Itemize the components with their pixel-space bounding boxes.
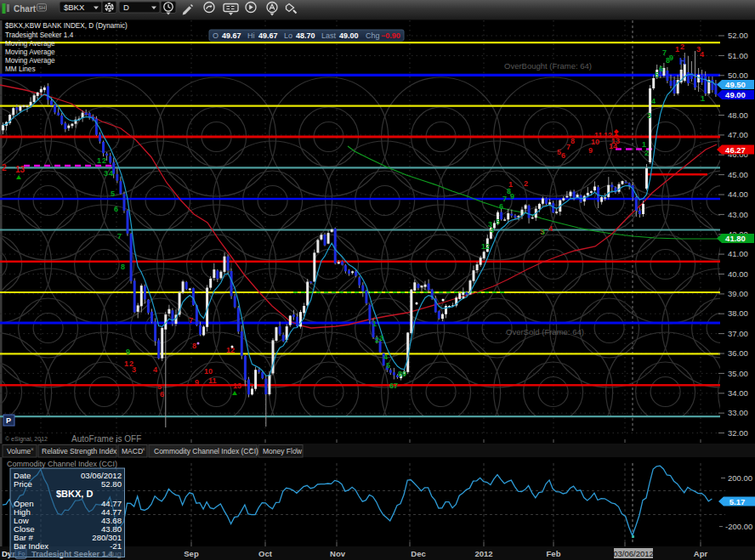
- svg-text:5.17: 5.17: [729, 497, 746, 506]
- svg-text:Lo: Lo: [284, 31, 292, 40]
- svg-text:$BKX, D: $BKX, D: [56, 489, 93, 499]
- svg-text:2: 2: [524, 179, 528, 188]
- svg-text:9: 9: [402, 370, 406, 378]
- svg-text:9: 9: [669, 54, 673, 62]
- svg-text:3: 3: [647, 111, 651, 120]
- svg-text:MACD: MACD: [122, 447, 143, 455]
- svg-text:−0.90: −0.90: [381, 31, 400, 40]
- svg-text:Bar Index: Bar Index: [14, 541, 48, 551]
- svg-text:13: 13: [233, 382, 241, 390]
- svg-text:SH: SH: [38, 5, 45, 10]
- svg-text:5: 5: [111, 189, 115, 198]
- svg-text:51.00: 51.00: [728, 51, 748, 60]
- svg-text:OverBought (Frame: 64): OverBought (Frame: 64): [504, 61, 592, 71]
- svg-text:1: 1: [97, 156, 101, 165]
- svg-text:4: 4: [109, 169, 113, 178]
- svg-text:Hi: Hi: [247, 31, 255, 40]
- svg-text:8: 8: [571, 137, 575, 145]
- svg-text:49.00: 49.00: [725, 90, 746, 99]
- svg-text:×: ×: [142, 446, 145, 452]
- svg-text:Tradesight Seeker 1.4: Tradesight Seeker 1.4: [5, 31, 74, 39]
- svg-text:46.27: 46.27: [725, 145, 746, 155]
- svg-text:2: 2: [2, 163, 7, 173]
- svg-text:7: 7: [189, 316, 193, 325]
- svg-text:13: 13: [611, 137, 620, 145]
- svg-text:48.00: 48.00: [728, 110, 748, 120]
- svg-text:9: 9: [126, 348, 130, 356]
- svg-text:Commodity Channel Index (CCI): Commodity Channel Index (CCI): [7, 460, 117, 468]
- svg-text:H: H: [679, 56, 686, 66]
- svg-text:Nov: Nov: [330, 549, 346, 558]
- svg-text:200.00: 200.00: [728, 473, 752, 483]
- svg-text:49.67: 49.67: [258, 31, 278, 40]
- svg-text:Relative Strength Index: Relative Strength Index: [42, 447, 117, 455]
- svg-text:52.80: 52.80: [101, 479, 122, 489]
- svg-text:Apr: Apr: [694, 549, 708, 558]
- svg-text:AutoFrame is OFF: AutoFrame is OFF: [71, 434, 141, 444]
- svg-text:4: 4: [490, 226, 494, 235]
- svg-text:7: 7: [394, 382, 398, 390]
- svg-text:45.00: 45.00: [728, 170, 748, 179]
- svg-text:OverSold (Frame: 64): OverSold (Frame: 64): [506, 327, 584, 337]
- svg-text:P: P: [6, 416, 11, 425]
- svg-text:3: 3: [132, 365, 136, 374]
- svg-text:4: 4: [548, 224, 553, 233]
- svg-text:9: 9: [510, 192, 514, 201]
- svg-text:6: 6: [499, 202, 503, 211]
- svg-text:Commodity Channel Index (CCI): Commodity Channel Index (CCI): [154, 447, 258, 455]
- svg-text:3: 3: [379, 334, 383, 342]
- svg-text:34.00: 34.00: [728, 388, 748, 398]
- svg-text:37.00: 37.00: [728, 329, 748, 338]
- svg-text:39.00: 39.00: [728, 289, 748, 298]
- svg-text:32.00: 32.00: [728, 428, 748, 438]
- svg-text:Feb: Feb: [547, 549, 561, 558]
- svg-text:2012: 2012: [474, 549, 492, 558]
- svg-text:50.00: 50.00: [728, 71, 748, 80]
- svg-text:11: 11: [208, 376, 217, 385]
- svg-text:© eSignal, 2012: © eSignal, 2012: [5, 436, 48, 443]
- svg-text:7: 7: [502, 195, 507, 203]
- svg-text:2: 2: [644, 149, 649, 157]
- svg-text:1: 1: [675, 45, 679, 54]
- svg-text:Last: Last: [321, 31, 337, 40]
- svg-text:-200.00: -200.00: [725, 522, 752, 531]
- svg-text:6: 6: [160, 390, 164, 399]
- svg-text:47.00: 47.00: [728, 130, 748, 139]
- svg-text:10: 10: [204, 367, 213, 376]
- svg-text:O: O: [213, 31, 219, 40]
- svg-text:4: 4: [700, 50, 704, 59]
- svg-text:3: 3: [541, 228, 545, 236]
- svg-text:9: 9: [588, 146, 593, 155]
- svg-text:$BKX,KBW BANK INDEX, D (Dynami: $BKX,KBW BANK INDEX, D (Dynamic): [5, 22, 128, 30]
- svg-text:12: 12: [604, 131, 612, 139]
- svg-text:41.80: 41.80: [725, 234, 746, 243]
- svg-text:49.00: 49.00: [339, 31, 359, 40]
- svg-text:41.00: 41.00: [728, 249, 748, 258]
- svg-text:48.70: 48.70: [296, 31, 315, 40]
- svg-text:4: 4: [153, 365, 157, 374]
- svg-text:52.00: 52.00: [728, 31, 748, 40]
- svg-text:×: ×: [31, 446, 34, 452]
- svg-text:5: 5: [496, 218, 500, 226]
- svg-text:Price: Price: [14, 479, 32, 489]
- svg-text:1: 1: [642, 140, 646, 149]
- svg-text:12: 12: [226, 346, 235, 354]
- svg-text:6: 6: [114, 205, 118, 213]
- svg-text:D: D: [123, 3, 129, 12]
- svg-text:3: 3: [104, 169, 108, 178]
- svg-text:Sep: Sep: [184, 549, 199, 558]
- svg-text:6: 6: [561, 151, 565, 160]
- svg-text:03/06/2012: 03/06/2012: [613, 549, 654, 558]
- svg-text:38.00: 38.00: [728, 308, 748, 318]
- svg-text:9: 9: [195, 378, 199, 387]
- svg-text:Dec: Dec: [411, 549, 425, 558]
- svg-text:43.00: 43.00: [728, 210, 748, 219]
- svg-text:49.67: 49.67: [222, 31, 241, 40]
- svg-text:4: 4: [651, 97, 656, 105]
- svg-text:8: 8: [121, 263, 125, 271]
- svg-text:1: 1: [372, 320, 377, 328]
- svg-text:Moving Average: Moving Average: [5, 40, 55, 48]
- svg-text:Chg: Chg: [366, 31, 380, 40]
- svg-text:Moving Average: Moving Average: [5, 48, 55, 56]
- svg-text:1: 1: [124, 359, 128, 368]
